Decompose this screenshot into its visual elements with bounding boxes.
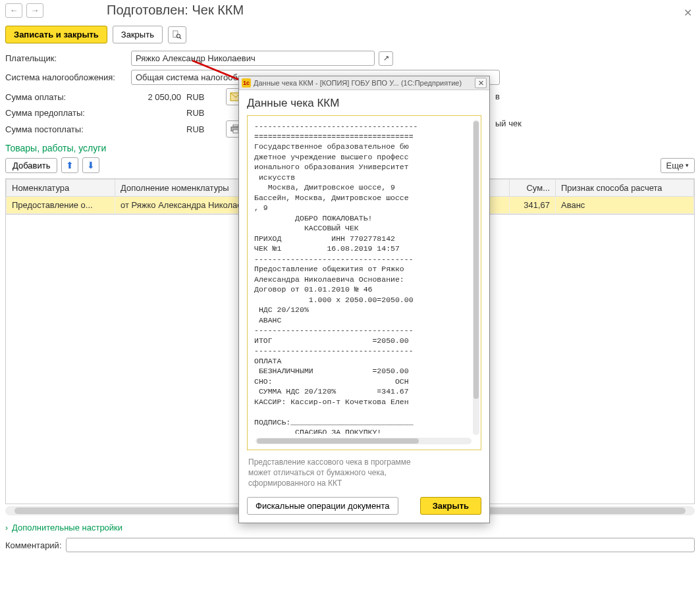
additional-settings-label: Дополнительные настройки xyxy=(12,523,122,532)
fiscal-operations-button[interactable]: Фискальные операции документа xyxy=(247,497,398,515)
more-label: Еще xyxy=(666,161,684,170)
currency-2: RUB xyxy=(186,108,213,118)
dialog-close-yellow-button[interactable]: Закрыть xyxy=(420,497,481,515)
cell-nomen: Предоставление о... xyxy=(7,197,115,214)
currency-3: RUB xyxy=(186,124,213,134)
move-up-button[interactable]: ⬆ xyxy=(61,157,78,173)
sum-prepay-label: Сумма предоплаты: xyxy=(5,108,127,118)
dialog-title-text: Данные чека ККМ - [КОПИЯ] ГОБУ ВПО У... … xyxy=(254,79,462,87)
cell-sum: 341,67 xyxy=(510,197,556,214)
sum-pay-label: Сумма оплаты: xyxy=(5,92,127,102)
close-icon[interactable]: ✕ xyxy=(684,7,692,19)
dialog-close-button[interactable]: ✕ xyxy=(475,78,487,88)
cell-priznak: Аванс xyxy=(556,197,694,214)
svg-line-2 xyxy=(180,37,181,38)
receipt-horizontal-scrollbar[interactable] xyxy=(256,438,471,444)
move-down-button[interactable]: ⬇ xyxy=(82,157,99,173)
receipt-dialog: 1c Данные чека ККМ - [КОПИЯ] ГОБУ ВПО У.… xyxy=(238,76,490,523)
svg-point-1 xyxy=(176,34,180,38)
payer-input[interactable]: Ряжко Александр Николаевич xyxy=(131,51,375,66)
hidden-text-2: ый чек xyxy=(495,118,522,128)
nav-back-button[interactable]: ← xyxy=(5,3,22,18)
chevron-right-icon: › xyxy=(5,523,8,532)
more-actions-button[interactable]: Еще ▾ xyxy=(660,158,695,173)
receipt-text[interactable]: ------------------------------------ ===… xyxy=(254,121,479,434)
col-sum[interactable]: Сум... xyxy=(510,180,556,197)
nav-forward-button[interactable]: → xyxy=(26,3,43,18)
svg-rect-0 xyxy=(173,30,178,37)
dialog-titlebar[interactable]: 1c Данные чека ККМ - [КОПИЯ] ГОБУ ВПО У.… xyxy=(239,76,489,90)
receipt-vertical-scrollbar[interactable] xyxy=(473,120,479,435)
currency-1: RUB xyxy=(186,92,213,102)
dialog-heading: Данные чека ККМ xyxy=(247,97,481,110)
1c-logo-icon: 1c xyxy=(242,78,251,88)
payer-label: Плательщик: xyxy=(5,53,127,63)
tax-system-label: Система налогообложения: xyxy=(5,72,127,82)
magnifier-doc-icon xyxy=(173,30,182,40)
sum-postpay-label: Сумма постоплаты: xyxy=(5,124,127,134)
write-and-close-button[interactable]: Записать и закрыть xyxy=(5,26,107,43)
payer-open-button[interactable]: ↗ xyxy=(379,51,393,66)
col-nomen[interactable]: Номенклатура xyxy=(7,180,115,197)
close-button[interactable]: Закрыть xyxy=(113,26,163,43)
add-button[interactable]: Добавить xyxy=(5,158,57,173)
dialog-note: Представление кассового чека в программе… xyxy=(247,450,418,497)
chevron-down-icon: ▾ xyxy=(686,162,689,169)
hidden-text-1: в xyxy=(495,91,500,101)
comment-label: Комментарий: xyxy=(5,540,62,550)
receipt-preview-box: ------------------------------------ ===… xyxy=(247,115,481,450)
comment-input[interactable] xyxy=(66,538,695,552)
svg-rect-4 xyxy=(233,124,238,127)
preview-receipt-button[interactable] xyxy=(168,26,186,43)
col-priznak[interactable]: Признак способа расчета xyxy=(556,180,694,197)
svg-rect-6 xyxy=(233,130,238,133)
page-title: Подготовлен: Чек ККМ xyxy=(107,3,244,18)
sum-pay-value: 2 050,00 xyxy=(127,92,186,102)
